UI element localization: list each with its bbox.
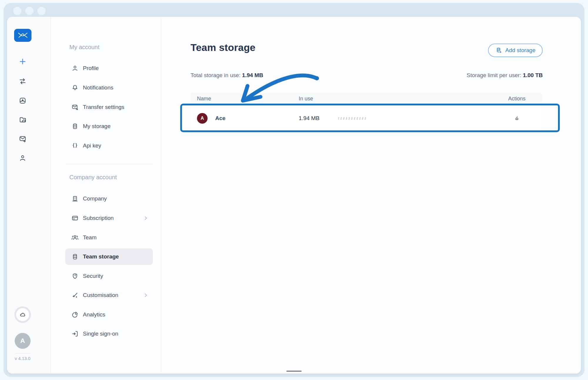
sidebar-item-label: Team storage [83,253,119,260]
column-header-in-use: In use [299,96,338,102]
sidebar-item-label: Customisation [83,292,118,298]
sidebar-item-team-storage[interactable]: Team storage [65,248,153,265]
column-header-name: Name [191,96,299,102]
usage-bar-cell [338,117,492,120]
envelope-arrow-icon [71,103,79,111]
sidebar-item-label: Team [83,234,96,241]
sidebar-item-security[interactable]: Security [65,268,153,284]
storage-limit-label: Storage limit per user: [467,72,521,78]
sidebar-item-single-sign-on[interactable]: Single sign-on [65,326,153,342]
sidebar-item-api-key[interactable]: Api key [65,137,153,154]
sidebar-item-label: Analytics [83,311,105,318]
sidebar-item-notifications[interactable]: Notifications [65,79,153,96]
section-label-my-account: My account [69,44,99,51]
member-name: Ace [215,115,225,122]
sidebar-item-label: Security [83,273,103,279]
sign-in-icon [71,330,79,338]
total-storage-value: 1.94 MB [242,72,263,78]
new-transfer-icon[interactable] [19,57,27,66]
shield-icon [71,272,79,280]
sidebar-item-label: My storage [83,123,111,130]
pie-chart-icon [71,311,79,318]
storage-limit-stat: Storage limit per user: 1.00 TB [467,72,543,79]
people-icon [71,234,79,241]
account-icon[interactable] [19,154,27,162]
sidebar-item-customisation[interactable]: Customisation [65,287,153,303]
sidebar-item-team[interactable]: Team [65,229,153,246]
bell-icon [71,84,79,92]
add-storage-label: Add storage [505,47,535,54]
member-name-cell: A Ace [191,113,299,124]
folder-cloud-icon[interactable] [19,116,27,124]
window-dot [37,7,46,15]
send-package-icon[interactable] [19,135,27,143]
sidebar-item-label: Single sign-on [83,331,118,337]
table-header-row: Name In use Actions [191,93,542,104]
member-in-use-value: 1.94 MB [299,115,338,122]
inbox-download-icon[interactable] [19,97,27,105]
add-storage-button[interactable]: Add storage [488,44,543,57]
sidebar-item-label: Notifications [83,84,113,91]
storage-cloud-ring-icon[interactable] [14,306,31,323]
settings-sidebar: My account Profile Notifications Transfe… [51,17,161,374]
icon-rail: A v 4.13.0 [7,17,51,374]
storage-limit-value: 1.00 TB [523,72,543,78]
total-storage-label: Total storage in use: [191,72,240,78]
chevron-right-icon [143,215,149,221]
sidebar-item-subscription[interactable]: Subscription [65,210,153,226]
window-controls [13,7,46,15]
sidebar-item-label: Transfer settings [83,104,124,110]
member-avatar: A [197,113,208,124]
column-header-actions: Actions [492,96,542,102]
app-version: v 4.13.0 [7,356,38,361]
transfers-icon[interactable] [19,77,27,85]
sidebar-item-analytics[interactable]: Analytics [65,306,153,323]
user-avatar[interactable]: A [15,333,31,349]
section-label-company-account: Company account [69,174,117,181]
rail-divider [15,353,30,354]
sidebar-item-label: Company [83,195,107,202]
braces-icon [71,142,79,150]
storage-table: Name In use Actions A Ace 1.94 MB [191,93,542,132]
page-title: Team storage [191,42,255,53]
window-dot [25,7,34,15]
sidebar-item-label: Api key [83,142,101,149]
sidebar-item-transfer-settings[interactable]: Transfer settings [65,99,153,115]
app-window: A v 4.13.0 My account Profile Notificati… [7,17,581,374]
sidebar-item-company[interactable]: Company [65,190,153,207]
credit-card-icon [71,214,79,222]
window-dot [13,7,21,15]
usage-progress-bar [338,117,366,120]
sidebar-item-label: Subscription [83,215,114,221]
sidebar-item-label: Profile [83,65,99,72]
sidebar-item-profile[interactable]: Profile [65,60,153,77]
database-icon [71,122,79,130]
chevron-right-icon [143,292,149,298]
broom-icon [513,115,520,122]
total-storage-stat: Total storage in use: 1.94 MB [191,72,263,79]
building-icon [71,195,79,203]
resize-handle[interactable] [286,371,302,372]
person-icon [71,64,79,72]
paintbrush-icon [71,291,79,299]
table-row: A Ace 1.94 MB [191,104,542,132]
clean-storage-action[interactable] [492,115,542,122]
app-logo-icon[interactable] [14,29,31,42]
database-add-icon [495,47,502,54]
database-icon [71,253,79,260]
sidebar-item-my-storage[interactable]: My storage [65,118,153,135]
sidebar-divider [65,164,153,164]
